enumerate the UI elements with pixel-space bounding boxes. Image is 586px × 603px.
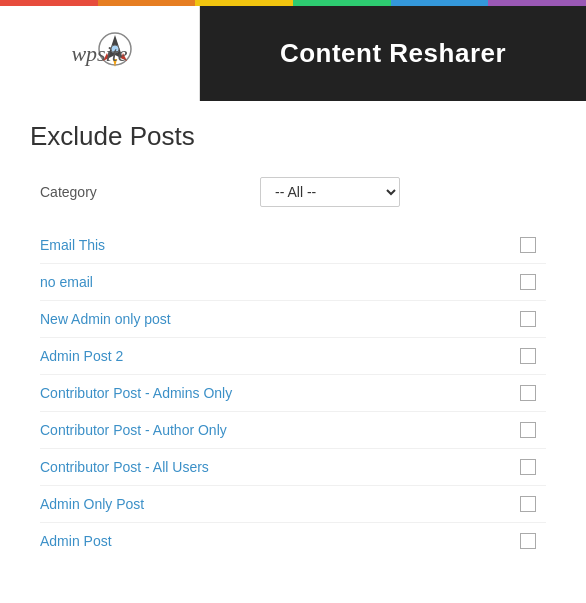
post-checkbox-contributor-admins[interactable] [520, 385, 536, 401]
post-checkbox-admin-post-2[interactable] [520, 348, 536, 364]
category-select[interactable]: -- All -- Admin Contributor General [260, 177, 400, 207]
posts-section: Category -- All -- Admin Contributor Gen… [30, 177, 556, 559]
post-label-admin-only: Admin Only Post [40, 496, 520, 512]
app-title: Content Resharer [280, 38, 506, 69]
list-item: Contributor Post - Author Only [40, 412, 546, 449]
list-item: Email This [40, 227, 546, 264]
list-item: Admin Post [40, 523, 546, 559]
logo-text: wpsite [71, 41, 127, 67]
post-label-contributor-all: Contributor Post - All Users [40, 459, 520, 475]
post-checkbox-contributor-author[interactable] [520, 422, 536, 438]
post-label-admin-post: Admin Post [40, 533, 520, 549]
list-item: no email [40, 264, 546, 301]
post-checkbox-admin-post[interactable] [520, 533, 536, 549]
post-label-contributor-admins: Contributor Post - Admins Only [40, 385, 520, 401]
list-item: Admin Only Post [40, 486, 546, 523]
post-label-admin-post-2: Admin Post 2 [40, 348, 520, 364]
post-label-no-email: no email [40, 274, 520, 290]
header: wpsite Content Resharer [0, 6, 586, 101]
post-label-new-admin-only: New Admin only post [40, 311, 520, 327]
post-checkbox-contributor-all[interactable] [520, 459, 536, 475]
post-label-email-this: Email This [40, 237, 520, 253]
post-checkbox-email-this[interactable] [520, 237, 536, 253]
logo: wpsite [40, 41, 160, 67]
list-item: New Admin only post [40, 301, 546, 338]
post-checkbox-no-email[interactable] [520, 274, 536, 290]
main-content: Exclude Posts Category -- All -- Admin C… [0, 101, 586, 579]
list-item: Contributor Post - Admins Only [40, 375, 546, 412]
title-area: Content Resharer [200, 6, 586, 101]
post-checkbox-new-admin-only[interactable] [520, 311, 536, 327]
post-checkbox-admin-only[interactable] [520, 496, 536, 512]
list-item: Contributor Post - All Users [40, 449, 546, 486]
category-row: Category -- All -- Admin Contributor Gen… [40, 177, 546, 207]
category-label: Category [40, 184, 260, 200]
list-item: Admin Post 2 [40, 338, 546, 375]
page-title: Exclude Posts [30, 121, 556, 152]
post-label-contributor-author: Contributor Post - Author Only [40, 422, 520, 438]
logo-area: wpsite [0, 6, 200, 101]
